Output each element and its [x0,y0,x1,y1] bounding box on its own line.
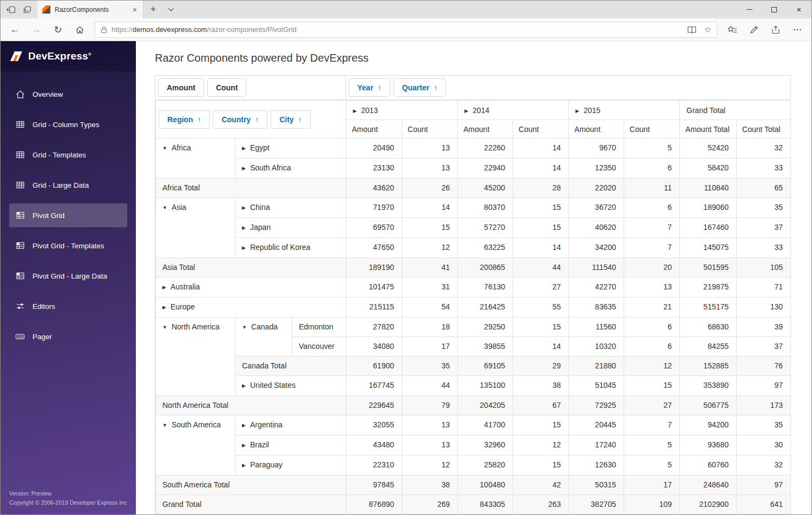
expand-icon[interactable]: ▶ [242,144,246,153]
data-cell: 44 [402,376,458,396]
column-group-2014[interactable]: ▶2014 [458,101,569,120]
expand-icon[interactable]: ▶ [575,108,579,114]
field-button-quarter[interactable]: Quarter↑ [394,78,447,97]
collapse-icon[interactable]: ▼ [162,144,167,153]
sidebar-item-grid-templates[interactable]: Grid - Templates [9,143,127,167]
sidebar-item-grid-large-data[interactable]: Grid - Large Data [9,173,127,197]
web-notes-pen-icon[interactable] [743,20,765,39]
data-cell: 215115 [346,298,402,318]
browser-tab[interactable]: RazorComponents × [37,1,143,18]
row-header-argentina[interactable]: ▶Argentina [235,415,346,435]
expand-icon[interactable]: ▶ [464,108,468,114]
row-header-asia[interactable]: ▼Asia [156,198,235,258]
expand-icon[interactable]: ▶ [162,303,166,312]
row-header-canada[interactable]: ▼Canada [235,318,292,356]
field-button-region[interactable]: Region↑ [159,110,209,129]
data-cell: 32 [737,138,791,159]
data-cell: 229645 [346,396,402,415]
measure-header-count: Count [513,120,569,138]
row-header-south-africa[interactable]: ▶South Africa [235,159,346,179]
sidebar-item-editors[interactable]: Editors [9,294,127,318]
data-cell: 843305 [458,495,513,514]
data-cell: 43620 [346,179,402,198]
data-cell: 167460 [680,218,737,238]
field-button-amount[interactable]: Amount [158,78,204,97]
share-icon[interactable] [765,20,787,39]
sidebar-item-overview[interactable]: Overview [9,82,127,106]
data-cell: 94200 [680,415,737,435]
add-favorite-star-icon[interactable]: ☆ [704,25,711,35]
tab-close-icon[interactable]: × [132,5,138,14]
collapse-icon[interactable]: ▼ [162,323,167,332]
pivot-row: ▼Asia▶China7197014803701536720618906035 [156,198,791,218]
column-group-2015[interactable]: ▶2015 [569,101,680,120]
column-group-2013[interactable]: ▶2013 [346,101,458,120]
devexpress-favicon [42,5,50,14]
settings-more-icon[interactable] [787,20,808,39]
expand-icon[interactable]: ▶ [242,381,246,391]
field-button-year[interactable]: Year↑ [349,78,390,97]
sidebar-item-pager[interactable]: 123Pager [9,325,127,348]
row-header-south-america[interactable]: ▼South America [156,415,235,476]
row-header-china[interactable]: ▶China [235,198,346,218]
row-header-north-america[interactable]: ▼North America [156,318,235,396]
row-header-brazil[interactable]: ▶Brazil [235,435,346,455]
expand-icon[interactable]: ▶ [242,461,246,470]
tabs-preview-icon[interactable] [19,1,35,18]
favorites-hub-icon[interactable] [722,20,743,39]
maximize-button[interactable] [762,1,787,18]
row-header-asia-total: Asia Total [156,258,346,278]
minimize-button[interactable] [737,1,762,18]
grid-icon [15,150,25,159]
data-cell: 21 [624,298,680,318]
field-button-country[interactable]: Country↑ [213,110,267,129]
data-cell: 152885 [680,356,737,376]
expand-icon[interactable]: ▶ [242,164,246,173]
pivot-row: Grand Total87689026984330526338270510921… [156,495,791,514]
sidebar-item-grid-column-types[interactable]: Grid - Column Types [9,113,127,136]
expand-icon[interactable]: ▶ [353,108,357,114]
refresh-button[interactable]: ↻ [47,20,69,39]
row-header-africa[interactable]: ▼Africa [156,138,235,179]
set-tabs-aside-icon[interactable] [3,1,19,18]
data-cell: 25820 [458,455,513,476]
row-header-japan[interactable]: ▶Japan [235,218,346,238]
sidebar-item-pivot-grid-large-data[interactable]: Pivot Grid - Large Data [9,264,127,288]
row-header-australia[interactable]: ▶Australia [156,278,346,298]
data-cell: 14 [513,238,569,258]
data-cell: 13 [402,415,458,435]
pivot-grid: AmountCount Year↑Quarter↑ Region↑Country… [155,75,791,515]
row-header-republic-of-korea[interactable]: ▶Republic of Korea [235,238,346,258]
field-button-count[interactable]: Count [207,78,246,97]
expand-icon[interactable]: ▶ [242,441,246,450]
home-button[interactable] [69,20,90,39]
reading-view-icon[interactable] [687,26,697,34]
data-cell: 31 [402,278,458,298]
forward-button[interactable]: → [25,20,47,39]
expand-icon[interactable]: ▶ [242,203,246,213]
row-header-europe[interactable]: ▶Europe [156,298,346,318]
collapse-icon[interactable]: ▼ [242,323,247,332]
expand-icon[interactable]: ▶ [242,243,246,253]
pivot-row: ▶Australia101475317613027422701321987571 [156,278,791,298]
sidebar-item-pivot-grid[interactable]: Pivot Grid [9,203,127,227]
close-button[interactable]: × [787,1,811,18]
new-tab-button[interactable]: + [143,1,163,18]
row-header-paraguay[interactable]: ▶Paraguay [235,455,346,476]
tab-list-chevron-icon[interactable] [163,1,179,18]
back-button[interactable]: ← [4,20,25,39]
collapse-icon[interactable]: ▼ [162,203,167,213]
expand-icon[interactable]: ▶ [162,283,166,292]
browser-window: RazorComponents × + × ← → ↻ https://demo… [0,0,812,515]
data-cell: 248640 [680,476,737,495]
expand-icon[interactable]: ▶ [242,421,246,430]
sidebar-item-pivot-grid-templates[interactable]: Pivot Grid - Templates [9,234,127,258]
sort-ascending-icon: ↑ [434,83,437,92]
data-cell: 29 [513,356,569,376]
field-button-city[interactable]: City↑ [271,110,310,129]
expand-icon[interactable]: ▶ [242,223,246,233]
row-header-united-states[interactable]: ▶United States [235,376,346,396]
collapse-icon[interactable]: ▼ [162,421,167,430]
address-bar[interactable]: https://demos.devexpress.com/razor-compo… [95,22,717,38]
row-header-egypt[interactable]: ▶Egypt [235,138,346,159]
